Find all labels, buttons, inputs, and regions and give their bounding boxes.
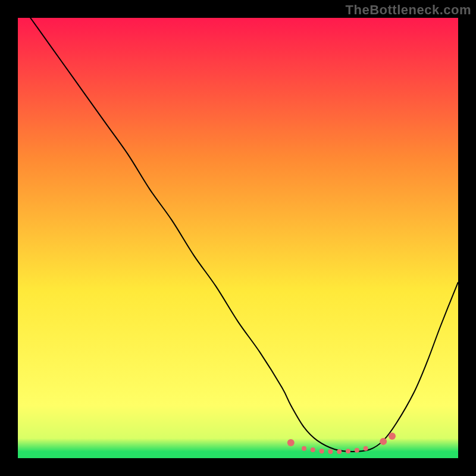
highlight-dot — [380, 438, 387, 445]
highlight-dot — [302, 446, 306, 451]
chart-container: TheBottleneck.com — [0, 0, 476, 476]
highlight-dot — [320, 449, 324, 453]
attribution-text: TheBottleneck.com — [346, 2, 471, 18]
highlight-dot — [389, 433, 396, 440]
highlight-dot — [311, 447, 315, 452]
plot-area — [18, 18, 458, 458]
chart-svg — [18, 18, 458, 458]
highlight-dot — [287, 439, 295, 446]
highlight-dot — [355, 448, 359, 453]
highlight-dot — [328, 449, 333, 454]
highlight-dot — [337, 449, 342, 454]
highlight-dot — [346, 449, 350, 453]
gradient-background — [18, 18, 458, 458]
highlight-dot — [364, 446, 368, 451]
